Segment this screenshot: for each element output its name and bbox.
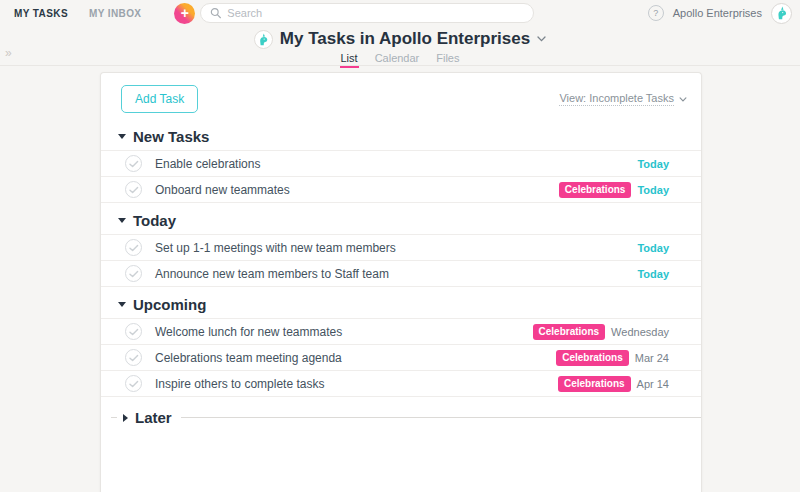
help-button[interactable]: ? bbox=[648, 5, 664, 21]
due-date: Apr 14 bbox=[637, 378, 669, 390]
task-name[interactable]: Inspire others to complete tasks bbox=[155, 377, 324, 391]
task-checkbox[interactable] bbox=[125, 155, 142, 172]
topbar-tab-my-tasks[interactable]: MY TASKS bbox=[14, 8, 68, 19]
due-date: Mar 24 bbox=[635, 352, 669, 364]
search-bar[interactable] bbox=[200, 3, 534, 23]
due-date: Today bbox=[637, 158, 669, 170]
page-header: » My Tasks in Apollo Enterprises List Ca… bbox=[0, 26, 800, 66]
due-date: Today bbox=[637, 242, 669, 254]
unicorn-avatar-icon bbox=[257, 33, 270, 46]
project-tag[interactable]: Celebrations bbox=[559, 182, 632, 198]
task-name[interactable]: Announce new team members to Staff team bbox=[155, 267, 389, 281]
user-avatar[interactable] bbox=[771, 3, 792, 24]
section-header-upcoming[interactable]: Upcoming bbox=[101, 287, 701, 318]
task-name[interactable]: Set up 1-1 meetings with new team member… bbox=[155, 241, 396, 255]
section-task-list: Set up 1-1 meetings with new team member… bbox=[101, 234, 701, 287]
project-tag[interactable]: Celebrations bbox=[558, 376, 631, 392]
task-checkbox[interactable] bbox=[125, 323, 142, 340]
task-row[interactable]: Inspire others to complete tasks Celebra… bbox=[101, 370, 701, 396]
quick-add-button[interactable]: + bbox=[174, 3, 195, 24]
task-checkbox[interactable] bbox=[125, 265, 142, 282]
task-row[interactable]: Enable celebrations Today bbox=[101, 150, 701, 176]
divider bbox=[111, 417, 117, 418]
page-title: My Tasks in Apollo Enterprises bbox=[280, 29, 530, 49]
section-task-list: Welcome lunch for new teammates Celebrat… bbox=[101, 318, 701, 397]
tab-calendar[interactable]: Calendar bbox=[375, 52, 420, 64]
view-filter-label: View: Incomplete Tasks bbox=[559, 92, 674, 106]
search-icon bbox=[210, 7, 221, 19]
task-row[interactable]: Set up 1-1 meetings with new team member… bbox=[101, 234, 701, 260]
due-date: Today bbox=[637, 184, 669, 196]
task-row[interactable]: Onboard new teammates Celebrations Today bbox=[101, 176, 701, 202]
due-date: Wednesday bbox=[611, 326, 669, 338]
task-checkbox[interactable] bbox=[125, 375, 142, 392]
search-input[interactable] bbox=[227, 7, 524, 19]
task-name[interactable]: Onboard new teammates bbox=[155, 183, 290, 197]
check-icon bbox=[129, 186, 139, 194]
check-icon bbox=[129, 244, 139, 252]
due-date: Today bbox=[637, 268, 669, 280]
workspace-avatar bbox=[254, 30, 273, 49]
section-header-today[interactable]: Today bbox=[101, 203, 701, 234]
chevron-down-icon bbox=[679, 97, 687, 102]
section-label: Today bbox=[133, 212, 176, 229]
check-icon bbox=[129, 160, 139, 168]
top-bar: MY TASKS MY INBOX + ? Apollo Enterprises bbox=[0, 0, 800, 26]
workspace-name[interactable]: Apollo Enterprises bbox=[673, 7, 762, 19]
task-row[interactable]: Celebrations team meeting agenda Celebra… bbox=[101, 344, 701, 370]
check-icon bbox=[129, 328, 139, 336]
check-icon bbox=[129, 270, 139, 278]
project-title-menu[interactable]: My Tasks in Apollo Enterprises bbox=[0, 26, 800, 49]
caret-down-icon bbox=[118, 302, 126, 307]
task-list-card: Add Task View: Incomplete Tasks New Task… bbox=[100, 72, 702, 492]
project-tag[interactable]: Celebrations bbox=[556, 350, 629, 366]
section-task-list: Enable celebrations Today Onboard new te… bbox=[101, 150, 701, 203]
task-row[interactable]: Announce new team members to Staff team … bbox=[101, 260, 701, 286]
section-label: Later bbox=[135, 409, 172, 426]
caret-right-icon bbox=[123, 414, 128, 422]
view-tabs: List Calendar Files bbox=[0, 52, 800, 64]
unicorn-avatar-icon bbox=[775, 6, 789, 20]
add-task-button[interactable]: Add Task bbox=[121, 85, 198, 113]
tab-files[interactable]: Files bbox=[436, 52, 459, 64]
check-icon bbox=[129, 380, 139, 388]
sidebar-expand-icon[interactable]: » bbox=[5, 46, 12, 60]
section-header-later[interactable]: Later bbox=[101, 397, 701, 426]
task-name[interactable]: Celebrations team meeting agenda bbox=[155, 351, 342, 365]
topbar-tab-my-inbox[interactable]: MY INBOX bbox=[89, 8, 141, 19]
task-name[interactable]: Enable celebrations bbox=[155, 157, 260, 171]
section-label: Upcoming bbox=[133, 296, 206, 313]
task-checkbox[interactable] bbox=[125, 181, 142, 198]
section-header-new-tasks[interactable]: New Tasks bbox=[101, 119, 701, 150]
view-filter-dropdown[interactable]: View: Incomplete Tasks bbox=[559, 92, 687, 106]
task-checkbox[interactable] bbox=[125, 239, 142, 256]
task-checkbox[interactable] bbox=[125, 349, 142, 366]
chevron-down-icon bbox=[537, 36, 546, 42]
list-toolbar: Add Task View: Incomplete Tasks bbox=[101, 73, 701, 119]
check-icon bbox=[129, 354, 139, 362]
caret-down-icon bbox=[118, 218, 126, 223]
project-tag[interactable]: Celebrations bbox=[533, 324, 606, 340]
task-row[interactable]: Welcome lunch for new teammates Celebrat… bbox=[101, 318, 701, 344]
caret-down-icon bbox=[118, 134, 126, 139]
task-name[interactable]: Welcome lunch for new teammates bbox=[155, 325, 342, 339]
section-label: New Tasks bbox=[133, 128, 209, 145]
divider bbox=[181, 417, 701, 418]
tab-list[interactable]: List bbox=[341, 52, 358, 64]
